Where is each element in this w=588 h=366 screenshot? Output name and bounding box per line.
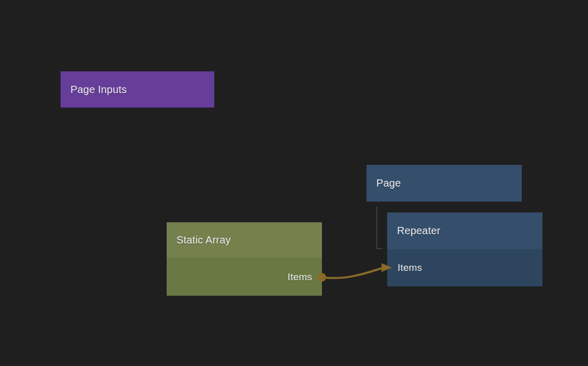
node-page-title: Page <box>366 165 522 202</box>
node-static-array-items-port-row[interactable]: Items <box>167 258 322 296</box>
node-repeater-items-port-row[interactable]: Items <box>387 249 542 286</box>
node-page-inputs-title: Page Inputs <box>61 71 214 108</box>
repeater-items-port-label: Items <box>398 262 422 273</box>
node-static-array[interactable]: Static Array Items <box>167 222 322 296</box>
items-connection-arrow[interactable] <box>317 263 392 282</box>
page-repeater-hierarchy-line <box>377 206 383 249</box>
node-repeater[interactable]: Repeater Items <box>387 212 542 286</box>
static-array-items-port-label: Items <box>288 271 312 283</box>
items-connection-curve <box>325 268 383 278</box>
node-page[interactable]: Page <box>366 165 522 202</box>
node-repeater-title: Repeater <box>387 212 440 249</box>
node-static-array-title: Static Array <box>167 222 231 258</box>
node-static-array-header[interactable]: Static Array <box>167 222 322 258</box>
node-editor-canvas[interactable]: Page Inputs Page Repeater Items Static A… <box>0 0 588 366</box>
node-page-inputs[interactable]: Page Inputs <box>61 71 214 108</box>
node-repeater-header[interactable]: Repeater <box>387 212 542 249</box>
